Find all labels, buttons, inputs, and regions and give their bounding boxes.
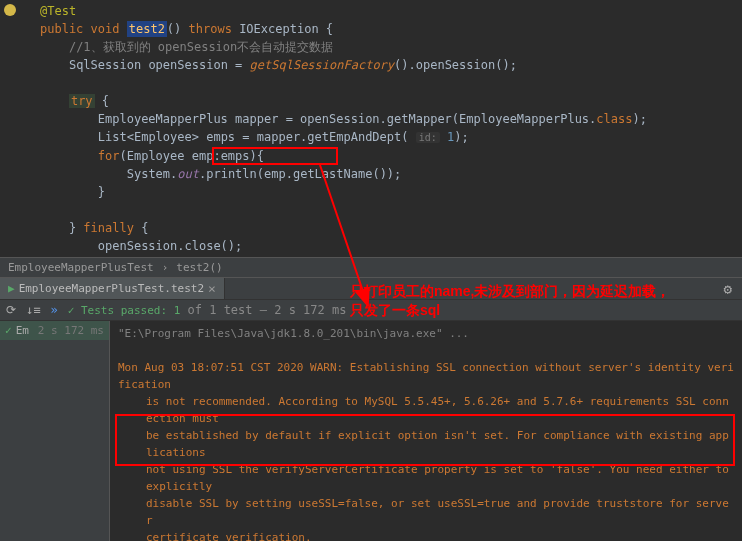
breadcrumb[interactable]: EmployeeMapperPlusTest›test2(): [0, 257, 742, 278]
bulb-icon[interactable]: [4, 4, 16, 16]
filter-icon[interactable]: ↓≡: [26, 303, 40, 317]
close-icon[interactable]: ×: [208, 281, 216, 296]
console-area: ✓ Em 2 s 172 ms "E:\Program Files\Java\j…: [0, 321, 742, 541]
run-icon: ▶: [8, 282, 15, 295]
comment: //1、获取到的 openSession不会自动提交数据: [69, 40, 333, 54]
run-tab[interactable]: ▶ EmployeeMapperPlusTest.test2 ×: [0, 278, 225, 299]
code-editor[interactable]: @Test public void test2() throws IOExcep…: [0, 0, 742, 257]
check-icon: ✓: [5, 324, 12, 337]
console-output[interactable]: "E:\Program Files\Java\jdk1.8.0_201\bin\…: [110, 321, 742, 541]
tests-passed: ✓ Tests passed: 1: [68, 304, 181, 317]
run-tab-bar: ▶ EmployeeMapperPlusTest.test2 × ⚙: [0, 278, 742, 300]
test-tree[interactable]: ✓ Em 2 s 172 ms: [0, 321, 110, 541]
println-arg: emp.getLastName(): [264, 167, 387, 181]
breadcrumb-method[interactable]: test2(): [168, 261, 230, 274]
method-name: test2: [127, 21, 167, 37]
test-toolbar: ⟳ ↓≡ » ✓ Tests passed: 1 of 1 test – 2 s…: [0, 300, 742, 321]
test-item[interactable]: ✓ Em 2 s 172 ms: [0, 321, 109, 340]
console-cmd: "E:\Program Files\Java\jdk1.8.0_201\bin\…: [118, 325, 734, 342]
gear-icon[interactable]: ⚙: [724, 281, 732, 297]
tab-label: EmployeeMapperPlusTest.test2: [19, 282, 204, 295]
expand-icon[interactable]: »: [50, 303, 57, 317]
test-duration: 2 s 172 ms: [38, 324, 104, 337]
refresh-icon[interactable]: ⟳: [6, 303, 16, 317]
annotation-test: @Test: [40, 4, 76, 18]
breadcrumb-class[interactable]: EmployeeMapperPlusTest: [8, 261, 162, 274]
